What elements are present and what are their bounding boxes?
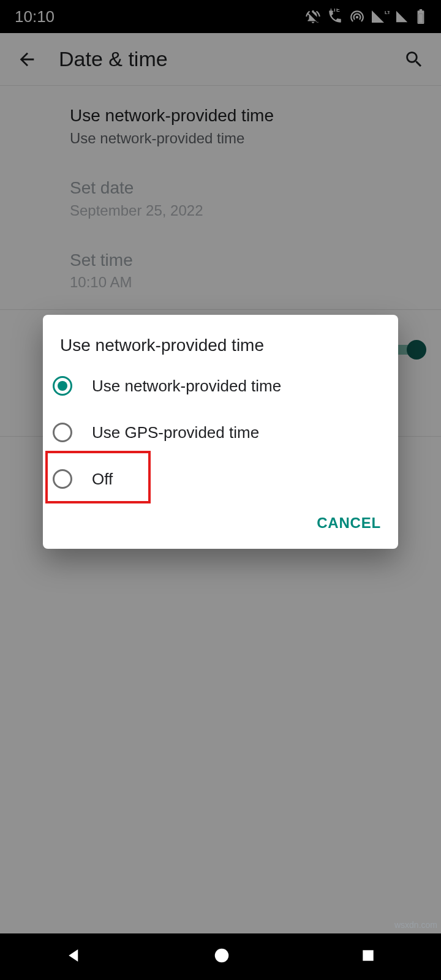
dialog-actions: Cancel <box>43 502 398 543</box>
nav-back-button[interactable] <box>65 946 83 967</box>
dialog-title: Use network-provided time <box>43 336 398 363</box>
radio-label: Use GPS-provided time <box>92 423 259 442</box>
triangle-back-icon <box>65 946 83 965</box>
svg-point-3 <box>215 949 229 963</box>
nav-recents-button[interactable] <box>360 948 376 966</box>
radio-label: Use network-provided time <box>92 377 281 396</box>
radio-option-network[interactable]: Use network-provided time <box>43 363 398 409</box>
watermark: wsxdn.com <box>394 920 437 930</box>
radio-icon <box>51 375 74 397</box>
annotation-highlight <box>45 451 151 503</box>
radio-option-gps[interactable]: Use GPS-provided time <box>43 409 398 456</box>
radio-icon <box>51 421 74 443</box>
cancel-button[interactable]: Cancel <box>317 514 381 532</box>
nav-home-button[interactable] <box>213 946 231 967</box>
time-source-dialog: Use network-provided time Use network-pr… <box>43 315 398 549</box>
svg-rect-4 <box>363 950 374 960</box>
circle-home-icon <box>213 946 231 965</box>
square-recents-icon <box>360 948 376 963</box>
navigation-bar <box>0 933 441 980</box>
